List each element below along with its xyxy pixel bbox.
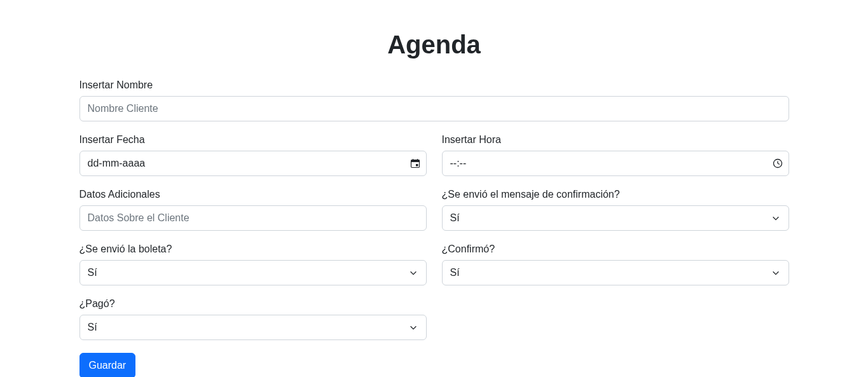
confirmation-msg-label: ¿Se envió el mensaje de confirmación? bbox=[442, 189, 789, 200]
paid-label: ¿Pagó? bbox=[79, 298, 427, 310]
confirmed-select[interactable]: Sí bbox=[442, 260, 789, 285]
time-label: Insertar Hora bbox=[442, 134, 789, 146]
date-input[interactable] bbox=[79, 151, 427, 176]
paid-select[interactable]: Sí bbox=[79, 315, 427, 340]
additional-input[interactable] bbox=[79, 205, 427, 231]
agenda-form: Insertar Nombre Insertar Fecha bbox=[79, 79, 789, 377]
additional-label: Datos Adicionales bbox=[79, 189, 427, 200]
date-label: Insertar Fecha bbox=[79, 134, 427, 146]
confirmed-label: ¿Confirmó? bbox=[442, 243, 789, 255]
time-input[interactable] bbox=[442, 151, 789, 176]
save-button[interactable]: Guardar bbox=[79, 353, 136, 377]
receipt-sent-select[interactable]: Sí bbox=[79, 260, 427, 285]
confirmation-msg-select[interactable]: Sí bbox=[442, 205, 789, 231]
page-title: Agenda bbox=[79, 31, 789, 59]
name-label: Insertar Nombre bbox=[79, 79, 789, 91]
name-input[interactable] bbox=[79, 96, 789, 121]
receipt-sent-label: ¿Se envió la boleta? bbox=[79, 243, 427, 255]
